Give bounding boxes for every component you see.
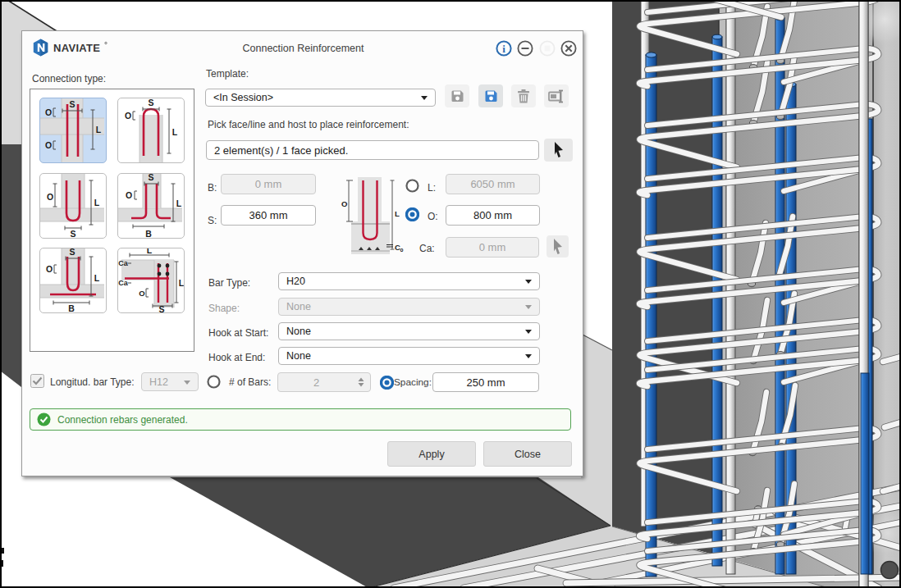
svg-text:Ca: Ca bbox=[118, 279, 128, 287]
svg-text:o: o bbox=[400, 247, 404, 253]
svg-text:S: S bbox=[148, 98, 153, 107]
svg-text:L: L bbox=[395, 209, 400, 218]
svg-text:O: O bbox=[47, 192, 53, 202]
svg-text:O: O bbox=[139, 289, 144, 298]
svg-text:L: L bbox=[94, 273, 100, 283]
svg-text:S: S bbox=[70, 229, 75, 238]
svg-text:Ca: Ca bbox=[118, 259, 128, 267]
svg-text:L: L bbox=[176, 198, 182, 208]
svg-text:O: O bbox=[45, 140, 52, 150]
svg-text:S: S bbox=[148, 174, 153, 182]
svg-text:i: i bbox=[502, 42, 505, 54]
svg-text:B: B bbox=[145, 229, 152, 238]
svg-text:O: O bbox=[46, 264, 53, 274]
svg-text:L: L bbox=[94, 198, 100, 207]
svg-text:O: O bbox=[45, 107, 52, 117]
svg-text:O: O bbox=[341, 199, 347, 208]
svg-text:S: S bbox=[69, 99, 75, 109]
svg-text:L: L bbox=[179, 278, 184, 288]
svg-text:L: L bbox=[147, 248, 153, 255]
svg-text:S: S bbox=[69, 248, 75, 257]
svg-text:L: L bbox=[172, 127, 178, 137]
svg-text:O: O bbox=[126, 190, 132, 200]
svg-text:S: S bbox=[158, 304, 164, 312]
svg-text:B: B bbox=[68, 303, 75, 312]
svg-text:O: O bbox=[125, 111, 131, 121]
svg-text:L: L bbox=[96, 125, 102, 134]
